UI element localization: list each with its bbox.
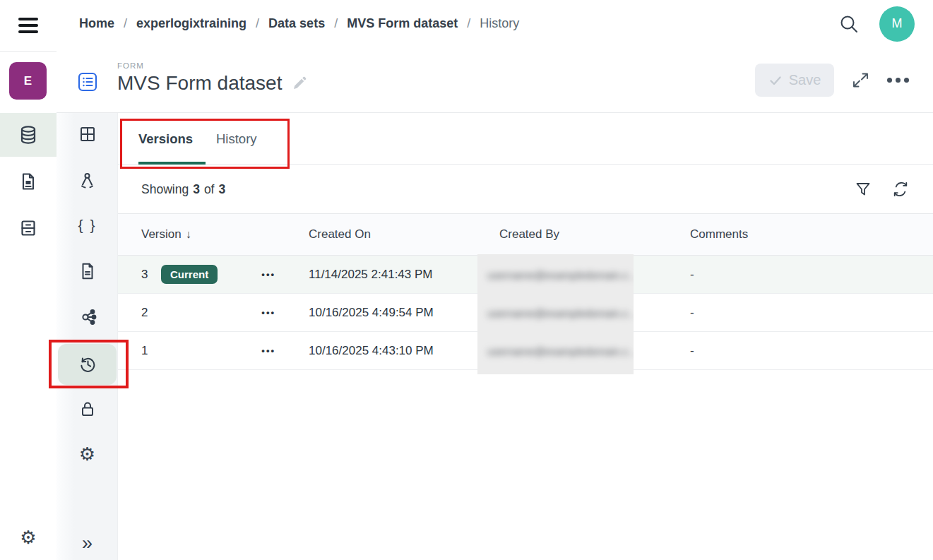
current-version-badge: Current bbox=[161, 265, 218, 284]
gear-icon: ⚙ bbox=[79, 445, 95, 463]
main-content: Versions History Showing 3 of 3 bbox=[118, 113, 933, 560]
table-row[interactable]: 3 Current ••• 11/14/2025 2:41:43 PM - bbox=[118, 256, 933, 294]
avatar[interactable]: M bbox=[879, 6, 915, 42]
tool-item-settings[interactable]: ⚙ bbox=[57, 434, 118, 474]
table-row[interactable]: 2 ••• 10/16/2025 4:49:54 PM - bbox=[118, 294, 933, 332]
search-button[interactable] bbox=[838, 13, 860, 35]
header-text: FORM MVS Form dataset bbox=[117, 61, 307, 95]
comments-cell: - bbox=[690, 344, 933, 358]
column-header-comments-label: Comments bbox=[690, 227, 748, 242]
save-button-label: Save bbox=[789, 72, 821, 88]
logo-letter: E bbox=[24, 74, 32, 88]
app-logo[interactable]: E bbox=[9, 62, 47, 100]
comments-cell: - bbox=[690, 268, 933, 282]
row-menu-button[interactable]: ••• bbox=[261, 345, 275, 356]
shown-count: 3 bbox=[193, 182, 200, 197]
created-on-cell: 11/14/2025 2:41:43 PM bbox=[309, 268, 499, 282]
tool-item-security[interactable] bbox=[57, 389, 118, 429]
tab-history[interactable]: History bbox=[216, 113, 257, 165]
save-button[interactable]: Save bbox=[755, 64, 834, 97]
breadcrumb-home[interactable]: Home bbox=[79, 16, 114, 31]
sidebar-settings-button[interactable]: ⚙ bbox=[0, 520, 57, 554]
expand-button[interactable] bbox=[851, 71, 870, 90]
column-header-created-on[interactable]: Created On bbox=[309, 227, 499, 242]
tab-history-label: History bbox=[216, 131, 257, 147]
gear-icon: ⚙ bbox=[20, 528, 36, 547]
database-icon bbox=[18, 124, 39, 145]
expand-diagonal-icon bbox=[851, 71, 870, 90]
showing-count: Showing 3 of 3 bbox=[141, 165, 225, 214]
history-clock-icon bbox=[78, 355, 97, 374]
tab-versions[interactable]: Versions bbox=[138, 113, 193, 165]
column-header-comments[interactable]: Comments bbox=[690, 227, 933, 242]
refresh-button[interactable] bbox=[892, 181, 909, 198]
column-header-version-label: Version bbox=[141, 227, 182, 242]
version-number: 3 bbox=[141, 268, 150, 282]
topbar-actions: M bbox=[838, 0, 915, 47]
braces-icon: { } bbox=[78, 217, 97, 234]
breadcrumb-separator: / bbox=[334, 16, 338, 31]
edit-title-button[interactable] bbox=[292, 76, 307, 91]
breadcrumb-separator: / bbox=[467, 16, 470, 31]
breadcrumb-dataset[interactable]: MVS Form dataset bbox=[347, 16, 458, 31]
sidebar-item-documents[interactable] bbox=[0, 160, 57, 203]
breadcrumb-separator: / bbox=[256, 16, 259, 31]
page-title: MVS Form dataset bbox=[117, 72, 282, 95]
form-type-icon bbox=[76, 71, 99, 93]
sidebar-item-archive[interactable] bbox=[0, 206, 57, 250]
tool-item-workflow[interactable] bbox=[57, 297, 118, 337]
version-number: 1 bbox=[141, 344, 150, 358]
column-header-created-by[interactable]: Created By bbox=[499, 227, 690, 242]
tabs-bar: Versions History bbox=[118, 113, 933, 165]
topbar: Home / experlogixtraining / Data sets / … bbox=[57, 0, 933, 47]
check-icon bbox=[768, 73, 783, 88]
hamburger-icon bbox=[18, 14, 38, 37]
refresh-icon bbox=[892, 181, 909, 198]
breadcrumb-tenant[interactable]: experlogixtraining bbox=[136, 16, 246, 31]
tool-item-history[interactable] bbox=[58, 344, 117, 385]
tool-item-grid[interactable] bbox=[57, 114, 118, 154]
more-options-button[interactable] bbox=[887, 78, 909, 83]
created-on-cell: 10/16/2025 4:49:54 PM bbox=[309, 306, 499, 320]
grid-icon bbox=[78, 125, 97, 143]
hamburger-menu-button[interactable] bbox=[0, 0, 57, 52]
breadcrumb-data-sets[interactable]: Data sets bbox=[268, 16, 325, 31]
search-icon bbox=[838, 13, 860, 35]
file-icon bbox=[78, 262, 97, 280]
tool-item-document[interactable] bbox=[57, 251, 118, 291]
version-number: 2 bbox=[141, 306, 150, 320]
archive-drawers-icon bbox=[18, 218, 38, 238]
document-icon bbox=[18, 172, 38, 191]
pencil-icon bbox=[292, 76, 307, 91]
drafting-compass-icon bbox=[78, 171, 97, 190]
comments-cell: - bbox=[690, 306, 933, 320]
filter-button[interactable] bbox=[855, 181, 871, 197]
of-label: of bbox=[204, 182, 215, 197]
column-header-version[interactable]: Version ↓ bbox=[118, 227, 309, 242]
row-menu-button[interactable]: ••• bbox=[261, 269, 275, 280]
avatar-initial: M bbox=[892, 16, 903, 31]
lock-icon bbox=[78, 400, 97, 418]
sort-descending-icon: ↓ bbox=[186, 228, 191, 241]
header-actions: Save bbox=[755, 47, 909, 113]
entity-type-label: FORM bbox=[117, 61, 307, 70]
primary-sidebar: E bbox=[0, 0, 57, 560]
showing-prefix: Showing bbox=[141, 182, 189, 197]
page-header: FORM MVS Form dataset Save bbox=[57, 47, 933, 113]
list-toolbar: Showing 3 of 3 bbox=[118, 165, 933, 214]
row-menu-button[interactable]: ••• bbox=[261, 307, 275, 318]
ellipsis-icon bbox=[887, 78, 909, 83]
tool-item-json[interactable]: { } bbox=[57, 205, 118, 245]
table-header: Version ↓ Created On Created By Comments bbox=[118, 214, 933, 256]
tool-item-designer[interactable] bbox=[57, 160, 118, 200]
version-cell: 3 Current ••• bbox=[118, 265, 309, 284]
breadcrumb: Home / experlogixtraining / Data sets / … bbox=[79, 16, 519, 31]
table-row[interactable]: 1 ••• 10/16/2025 4:43:10 PM - bbox=[118, 332, 933, 370]
network-icon bbox=[78, 307, 97, 327]
created-on-cell: 10/16/2025 4:43:10 PM bbox=[309, 344, 499, 358]
collapse-sidebar-button[interactable]: » bbox=[57, 523, 118, 560]
sidebar-item-data-sets[interactable] bbox=[0, 113, 57, 157]
column-header-created-by-label: Created By bbox=[499, 227, 559, 242]
filter-funnel-icon bbox=[855, 181, 871, 197]
page: E bbox=[0, 0, 933, 560]
